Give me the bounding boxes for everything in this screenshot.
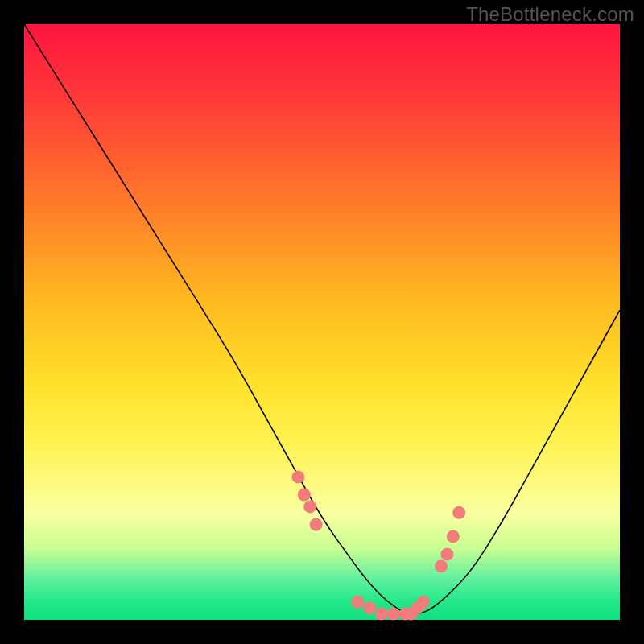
scatter-dot [447,530,460,543]
scatter-dot [298,489,311,502]
scatter-dot [351,596,364,609]
stage: TheBottleneck.com [0,0,644,644]
scatter-dot [387,608,400,621]
gradient-plot-area [24,24,620,620]
scatter-dot [363,601,376,614]
scatter-dot [303,500,316,513]
scatter-dot [440,548,453,561]
scatter-dot [310,518,323,531]
scatter-dot [435,559,448,572]
scatter-dot [452,506,465,519]
curve-svg [24,24,620,620]
scatter-dot [291,470,304,483]
watermark-text: TheBottleneck.com [466,3,634,26]
scatter-points [291,470,465,620]
scatter-dot [417,596,430,609]
scatter-dot [375,608,388,621]
